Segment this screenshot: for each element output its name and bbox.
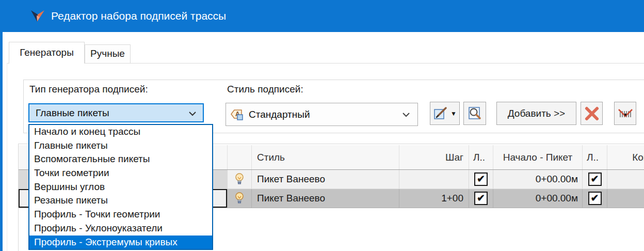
start-checkbox[interactable]: ✔ (474, 172, 488, 186)
start-station-cell[interactable]: 0+00.00м (493, 170, 582, 189)
magnifier-icon (466, 105, 483, 122)
step-cell[interactable] (399, 170, 469, 189)
end-checkbox[interactable]: ✔ (588, 172, 602, 186)
tabpage-border (7, 63, 7, 251)
visibility-cell[interactable] (227, 189, 251, 208)
end-station-cell[interactable] (607, 170, 644, 189)
generator-type-combobox[interactable]: Главные пикеты (28, 103, 204, 122)
check-icon: ✔ (591, 189, 599, 208)
end-checkbox[interactable]: ✔ (588, 192, 602, 205)
station-curve-icon (617, 107, 634, 120)
label-style-value: Стандартный (249, 109, 310, 120)
dropdown-item[interactable]: Вспомогательные пикеты (29, 152, 212, 166)
label-style-label: Стиль подписей: (227, 84, 303, 95)
titlebar[interactable]: Редактор набора подписей трассы (0, 0, 644, 32)
window-border-left (0, 0, 3, 251)
header-end-flag: Л.. (582, 145, 607, 169)
header-start-station: Начало - Пикет (493, 145, 582, 169)
dropdown-item[interactable]: Главные пикеты (29, 139, 212, 153)
dropdown-item-selected[interactable]: Профиль - Экстремумы кривых (29, 236, 212, 249)
end-flag-cell[interactable]: ✔ (582, 170, 607, 189)
dropdown-item[interactable]: Вершины углов (29, 180, 212, 194)
chevron-down-icon (188, 111, 197, 116)
lightbulb-icon[interactable] (235, 172, 244, 186)
visibility-cell[interactable] (227, 170, 251, 189)
check-icon: ✔ (591, 170, 599, 189)
tab-manual[interactable]: Ручные (85, 44, 131, 63)
header-step: Шаг (399, 145, 469, 169)
generator-type-value: Главные пикеты (36, 107, 109, 118)
delete-button[interactable] (581, 102, 603, 125)
window-title: Редактор набора подписей трассы (51, 0, 226, 32)
start-flag-cell[interactable]: ✔ (469, 189, 493, 208)
dropdown-item[interactable]: Начало и конец трассы (29, 125, 212, 139)
label-style-icon: A (230, 107, 244, 122)
app-icon (30, 8, 46, 24)
dropdown-item[interactable]: Профиль - Уклоноуказатели (29, 222, 212, 236)
end-flag-cell[interactable]: ✔ (582, 189, 607, 208)
label-style-combobox[interactable]: A Стандартный (226, 103, 418, 126)
start-flag-cell[interactable]: ✔ (469, 170, 493, 189)
add-button[interactable]: Добавить >> (496, 102, 576, 125)
style-cell[interactable]: Пикет Ванеево (251, 189, 399, 208)
type-generator-label: Тип генератора подписей: (29, 84, 148, 95)
preview-style-button[interactable] (463, 102, 486, 125)
alignment-label-set-editor-dialog: Редактор набора подписей трассы Генерато… (0, 0, 644, 251)
header-visibility (227, 145, 251, 169)
chevron-down-icon (402, 112, 410, 117)
generator-type-dropdown-list: Начало и конец трассы Главные пикеты Всп… (28, 124, 213, 250)
dropdown-item[interactable]: Резаные пикеты (29, 194, 212, 208)
delete-x-icon (584, 106, 600, 121)
pick-label-set-button[interactable] (614, 102, 636, 125)
tabstrip-divider (7, 63, 644, 64)
check-icon: ✔ (477, 189, 485, 208)
style-cell[interactable]: Пикет Ванеево (251, 170, 399, 189)
edit-style-split-button[interactable]: ▼ (430, 102, 460, 125)
dropdown-item[interactable]: Профиль - Точки геометрии (29, 208, 212, 222)
header-end-station: Коне (607, 145, 644, 169)
lightbulb-icon[interactable] (235, 192, 244, 205)
edit-pencil-icon (433, 106, 448, 121)
check-icon: ✔ (477, 170, 485, 189)
tab-generators[interactable]: Генераторы (9, 42, 85, 64)
start-station-cell[interactable]: 0+00.00м (493, 189, 582, 208)
start-checkbox[interactable]: ✔ (474, 192, 488, 205)
end-station-cell[interactable] (607, 189, 644, 208)
split-dropdown-arrow-icon[interactable]: ▼ (450, 110, 457, 117)
header-start-flag: Л.. (469, 145, 493, 169)
header-style: Стиль (251, 145, 399, 169)
dropdown-item[interactable]: Точки геометрии (29, 166, 212, 180)
step-cell[interactable]: 1+00 (399, 189, 469, 208)
